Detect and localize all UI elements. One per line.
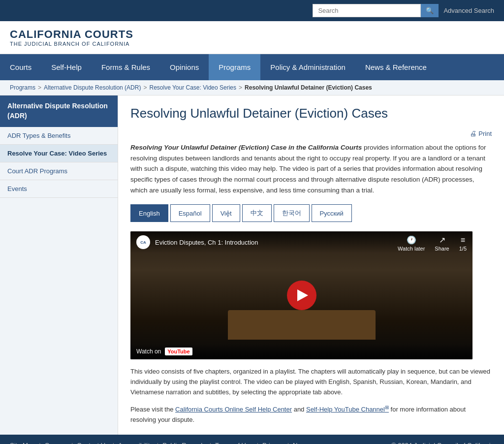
sidebar-item[interactable]: ADR Types & Benefits (0, 127, 118, 145)
footer-separator: | (71, 442, 73, 444)
breadcrumb-separator: > (143, 84, 147, 91)
footer-separator: | (287, 442, 289, 444)
breadcrumb-current: Resolving Unlawful Detainer (Eviction) C… (245, 84, 372, 91)
share-icon: ↗ (439, 235, 445, 245)
playlist-label: 1/5 (459, 246, 467, 252)
print-section: 🖨 Print (130, 129, 492, 137)
video-bottom-bar: Watch on YouTube (130, 344, 472, 359)
footer: Site Map|Careers|Contact Us|Accessibilit… (0, 435, 504, 444)
language-tabs: EnglishEspañolViệt中文한국어Русский (130, 204, 492, 224)
main-content: Resolving Unlawful Detainer (Eviction) C… (118, 95, 504, 435)
footer-link-contact-us[interactable]: Contact Us (77, 442, 108, 444)
footer-link-site-map[interactable]: Site Map (10, 442, 35, 444)
footer-link-terms-of-use[interactable]: Terms of Use (215, 442, 253, 444)
footer-separator: | (113, 442, 114, 444)
top-search-bar: 🔍 Advanced Search (0, 0, 504, 21)
intro-body: provides information about the options f… (130, 144, 486, 193)
self-help-center-link[interactable]: California Courts Online Self Help Cente… (175, 406, 292, 413)
footer-separator: | (257, 442, 258, 444)
visit-paragraph: Please visit the California Courts Onlin… (130, 404, 492, 425)
video-scene: CA Eviction Disputes, Ch 1: Introduction… (130, 231, 472, 359)
playlist-icon: ≡ (461, 236, 465, 245)
video-description: This video consists of five chapters, or… (130, 367, 492, 397)
nav-item-policy-admin[interactable]: Policy & Administration (260, 54, 355, 80)
footer-separator: | (210, 442, 211, 444)
page-title: Resolving Unlawful Detainer (Eviction) C… (130, 105, 492, 122)
sidebar-header: Alternative Dispute Resolution (ADR) (0, 95, 118, 127)
lang-tab-русский[interactable]: Русский (312, 204, 352, 222)
youtube-channel-label: Self-Help YouTube Channel (306, 406, 385, 413)
content-layout: Alternative Dispute Resolution (ADR) ADR… (0, 95, 504, 435)
breadcrumb-link[interactable]: Alternative Dispute Resolution (ADR) (44, 84, 141, 91)
sidebar-item[interactable]: Events (0, 180, 118, 198)
footer-separator: | (157, 442, 158, 444)
breadcrumb-separator: > (239, 84, 242, 91)
footer-links: Site Map|Careers|Contact Us|Accessibilit… (10, 442, 323, 444)
video-title: Eviction Disputes, Ch 1: Introduction (155, 239, 258, 246)
footer-link-public-records[interactable]: Public Records (162, 442, 205, 444)
search-input[interactable] (313, 4, 421, 17)
share-ctrl[interactable]: ↗ Share (435, 235, 449, 252)
advanced-search-link[interactable]: Advanced Search (443, 7, 494, 14)
youtube-channel-link[interactable]: Self-Help YouTube Channel⊞ (306, 406, 389, 413)
lang-tab-english[interactable]: English (130, 204, 168, 222)
footer-link-newsroom[interactable]: Newsroom (293, 442, 323, 444)
playlist-ctrl[interactable]: ≡ 1/5 (459, 236, 467, 252)
video-channel-logo: CA (136, 235, 150, 249)
intro-bold: Resolving Your Unlawful Detainer (Evicti… (130, 144, 362, 151)
intro-paragraph: Resolving Your Unlawful Detainer (Evicti… (130, 142, 492, 195)
search-button[interactable]: 🔍 (421, 4, 439, 17)
sidebar-item[interactable]: Resolve Your Case: Video Series (0, 145, 118, 162)
youtube-logo: YouTube (165, 348, 192, 355)
nav-item-programs[interactable]: Programs (209, 54, 260, 80)
nav-item-self-help[interactable]: Self-Help (41, 54, 92, 80)
nav-item-opinions[interactable]: Opinions (160, 54, 209, 80)
video-bench-prop (228, 310, 376, 340)
nav-item-forms-rules[interactable]: Forms & Rules (92, 54, 160, 80)
site-subtitle: THE JUDICIAL BRANCH OF CALIFORNIA (10, 41, 494, 47)
footer-separator: | (39, 442, 40, 444)
share-label: Share (435, 246, 449, 252)
breadcrumb: Programs>Alternative Dispute Resolution … (0, 80, 504, 95)
site-title: CALIFORNIA COURTS (10, 28, 494, 41)
footer-copyright: © 2024 Judicial Council of California (391, 442, 494, 444)
sidebar: Alternative Dispute Resolution (ADR) ADR… (0, 95, 118, 435)
breadcrumb-link[interactable]: Programs (10, 84, 35, 91)
lang-tab-việt[interactable]: Việt (212, 204, 240, 222)
footer-link-privacy[interactable]: Privacy (262, 442, 284, 444)
breadcrumb-separator: > (38, 84, 41, 91)
print-link[interactable]: 🖨 Print (470, 129, 492, 137)
visit-text-mid: and (292, 406, 306, 413)
sidebar-item[interactable]: Court ADR Programs (0, 162, 118, 180)
nav-item-news-reference[interactable]: News & Reference (355, 54, 437, 80)
external-link-icon: ⊞ (385, 405, 389, 410)
watch-later-label: Watch later (398, 246, 425, 252)
video-container[interactable]: CA Eviction Disputes, Ch 1: Introduction… (130, 231, 472, 359)
watch-on-text: Watch on (136, 348, 161, 355)
play-button[interactable] (287, 281, 316, 310)
watch-later-icon: 🕐 (407, 235, 416, 245)
video-right-controls: 🕐 Watch later ↗ Share ≡ 1/5 (398, 235, 467, 252)
print-icon: 🖨 (470, 129, 476, 137)
search-form: 🔍 (313, 4, 439, 17)
footer-link-careers[interactable]: Careers (45, 442, 67, 444)
watch-later-ctrl[interactable]: 🕐 Watch later (398, 235, 425, 252)
lang-tab-español[interactable]: Español (170, 204, 210, 222)
nav-item-courts[interactable]: Courts (0, 54, 41, 80)
play-triangle-icon (297, 289, 308, 301)
lang-tab-中文[interactable]: 中文 (242, 204, 272, 222)
footer-link-accessibility[interactable]: Accessibility (118, 442, 153, 444)
print-label: Print (478, 130, 492, 137)
breadcrumb-link[interactable]: Resolve Your Case: Video Series (149, 84, 236, 91)
visit-text-before: Please visit the (130, 406, 175, 413)
logo-area: CALIFORNIA COURTS THE JUDICIAL BRANCH OF… (0, 21, 504, 54)
main-nav: CourtsSelf-HelpForms & RulesOpinionsProg… (0, 54, 504, 80)
lang-tab-한국어[interactable]: 한국어 (274, 204, 310, 222)
